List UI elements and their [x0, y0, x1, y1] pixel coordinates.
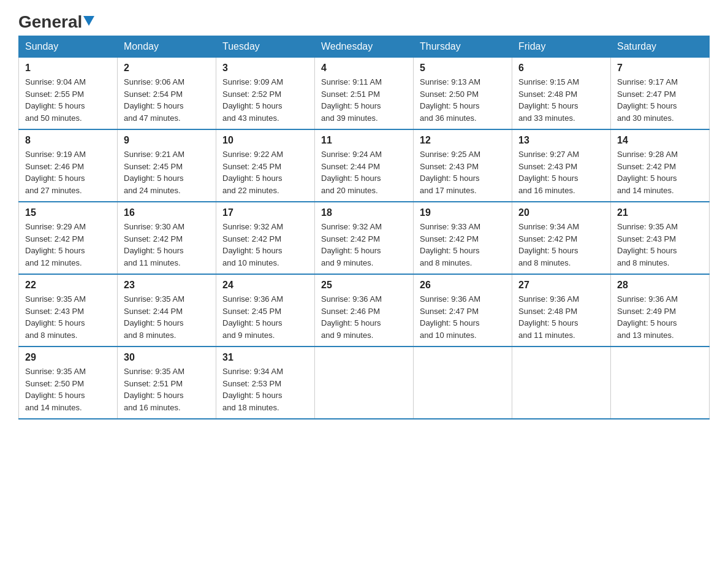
day-info: Sunrise: 9:35 AMSunset: 2:43 PMDaylight:…	[25, 293, 111, 341]
day-info: Sunrise: 9:28 AMSunset: 2:42 PMDaylight:…	[617, 148, 703, 196]
day-info: Sunrise: 9:35 AMSunset: 2:50 PMDaylight:…	[25, 366, 111, 413]
calendar-cell: 20 Sunrise: 9:34 AMSunset: 2:42 PMDaylig…	[512, 202, 611, 274]
calendar-week-row: 22 Sunrise: 9:35 AMSunset: 2:43 PMDaylig…	[19, 274, 710, 347]
page-header: General	[18, 12, 710, 29]
calendar-cell	[611, 347, 710, 419]
calendar-cell: 26 Sunrise: 9:36 AMSunset: 2:47 PMDaylig…	[414, 274, 512, 347]
weekday-header-tuesday: Tuesday	[216, 36, 315, 58]
calendar-cell: 4 Sunrise: 9:11 AMSunset: 2:51 PMDayligh…	[315, 58, 414, 130]
day-number: 29	[25, 352, 111, 363]
day-info: Sunrise: 9:24 AMSunset: 2:44 PMDaylight:…	[321, 148, 407, 196]
day-info: Sunrise: 9:06 AMSunset: 2:54 PMDaylight:…	[124, 76, 210, 124]
day-number: 31	[222, 352, 308, 363]
day-info: Sunrise: 9:25 AMSunset: 2:43 PMDaylight:…	[420, 148, 506, 196]
calendar-cell: 29 Sunrise: 9:35 AMSunset: 2:50 PMDaylig…	[19, 347, 118, 419]
day-number: 20	[518, 207, 604, 218]
day-number: 1	[25, 63, 111, 74]
day-info: Sunrise: 9:19 AMSunset: 2:46 PMDaylight:…	[25, 148, 111, 196]
day-info: Sunrise: 9:36 AMSunset: 2:49 PMDaylight:…	[617, 293, 703, 341]
day-info: Sunrise: 9:21 AMSunset: 2:45 PMDaylight:…	[124, 148, 210, 196]
calendar-cell: 14 Sunrise: 9:28 AMSunset: 2:42 PMDaylig…	[611, 129, 710, 202]
calendar-cell: 18 Sunrise: 9:32 AMSunset: 2:42 PMDaylig…	[315, 202, 414, 274]
day-number: 9	[124, 135, 210, 146]
day-number: 4	[321, 63, 407, 74]
calendar-cell: 12 Sunrise: 9:25 AMSunset: 2:43 PMDaylig…	[414, 129, 512, 202]
calendar-cell: 9 Sunrise: 9:21 AMSunset: 2:45 PMDayligh…	[118, 129, 216, 202]
day-info: Sunrise: 9:27 AMSunset: 2:43 PMDaylight:…	[518, 148, 604, 196]
calendar-cell: 10 Sunrise: 9:22 AMSunset: 2:45 PMDaylig…	[216, 129, 315, 202]
day-number: 12	[420, 135, 506, 146]
day-info: Sunrise: 9:11 AMSunset: 2:51 PMDaylight:…	[321, 76, 407, 124]
calendar-week-row: 15 Sunrise: 9:29 AMSunset: 2:42 PMDaylig…	[19, 202, 710, 274]
weekday-header-sunday: Sunday	[19, 36, 118, 58]
calendar-cell: 3 Sunrise: 9:09 AMSunset: 2:52 PMDayligh…	[216, 58, 315, 130]
day-number: 10	[222, 135, 308, 146]
day-info: Sunrise: 9:36 AMSunset: 2:46 PMDaylight:…	[321, 293, 407, 341]
day-number: 21	[617, 207, 703, 218]
weekday-header-thursday: Thursday	[414, 36, 512, 58]
day-number: 18	[321, 207, 407, 218]
day-number: 22	[25, 280, 111, 291]
day-number: 25	[321, 280, 407, 291]
day-info: Sunrise: 9:35 AMSunset: 2:51 PMDaylight:…	[124, 366, 210, 413]
day-number: 2	[124, 63, 210, 74]
day-number: 3	[222, 63, 308, 74]
day-number: 26	[420, 280, 506, 291]
calendar-cell: 22 Sunrise: 9:35 AMSunset: 2:43 PMDaylig…	[19, 274, 118, 347]
day-number: 14	[617, 135, 703, 146]
day-info: Sunrise: 9:17 AMSunset: 2:47 PMDaylight:…	[617, 76, 703, 124]
calendar-week-row: 1 Sunrise: 9:04 AMSunset: 2:55 PMDayligh…	[19, 58, 710, 130]
calendar-cell: 1 Sunrise: 9:04 AMSunset: 2:55 PMDayligh…	[19, 58, 118, 130]
calendar-cell: 6 Sunrise: 9:15 AMSunset: 2:48 PMDayligh…	[512, 58, 611, 130]
calendar-cell: 21 Sunrise: 9:35 AMSunset: 2:43 PMDaylig…	[611, 202, 710, 274]
calendar-cell: 16 Sunrise: 9:30 AMSunset: 2:42 PMDaylig…	[118, 202, 216, 274]
day-info: Sunrise: 9:36 AMSunset: 2:45 PMDaylight:…	[222, 293, 308, 341]
day-info: Sunrise: 9:30 AMSunset: 2:42 PMDaylight:…	[124, 221, 210, 269]
weekday-header-friday: Friday	[512, 36, 611, 58]
calendar-cell: 27 Sunrise: 9:36 AMSunset: 2:48 PMDaylig…	[512, 274, 611, 347]
calendar-cell: 13 Sunrise: 9:27 AMSunset: 2:43 PMDaylig…	[512, 129, 611, 202]
calendar-cell: 7 Sunrise: 9:17 AMSunset: 2:47 PMDayligh…	[611, 58, 710, 130]
calendar-cell: 30 Sunrise: 9:35 AMSunset: 2:51 PMDaylig…	[118, 347, 216, 419]
day-number: 27	[518, 280, 604, 291]
calendar-cell	[315, 347, 414, 419]
calendar-cell: 2 Sunrise: 9:06 AMSunset: 2:54 PMDayligh…	[118, 58, 216, 130]
weekday-header-monday: Monday	[118, 36, 216, 58]
day-number: 15	[25, 207, 111, 218]
calendar-cell: 24 Sunrise: 9:36 AMSunset: 2:45 PMDaylig…	[216, 274, 315, 347]
calendar-cell: 25 Sunrise: 9:36 AMSunset: 2:46 PMDaylig…	[315, 274, 414, 347]
day-number: 8	[25, 135, 111, 146]
calendar-table: SundayMondayTuesdayWednesdayThursdayFrid…	[18, 36, 710, 419]
calendar-cell: 19 Sunrise: 9:33 AMSunset: 2:42 PMDaylig…	[414, 202, 512, 274]
day-info: Sunrise: 9:09 AMSunset: 2:52 PMDaylight:…	[222, 76, 308, 124]
day-info: Sunrise: 9:36 AMSunset: 2:48 PMDaylight:…	[518, 293, 604, 341]
day-number: 30	[124, 352, 210, 363]
day-info: Sunrise: 9:36 AMSunset: 2:47 PMDaylight:…	[420, 293, 506, 341]
calendar-cell: 5 Sunrise: 9:13 AMSunset: 2:50 PMDayligh…	[414, 58, 512, 130]
calendar-cell: 28 Sunrise: 9:36 AMSunset: 2:49 PMDaylig…	[611, 274, 710, 347]
calendar-week-row: 8 Sunrise: 9:19 AMSunset: 2:46 PMDayligh…	[19, 129, 710, 202]
weekday-header-wednesday: Wednesday	[315, 36, 414, 58]
day-info: Sunrise: 9:34 AMSunset: 2:42 PMDaylight:…	[518, 221, 604, 269]
day-info: Sunrise: 9:29 AMSunset: 2:42 PMDaylight:…	[25, 221, 111, 269]
day-info: Sunrise: 9:34 AMSunset: 2:53 PMDaylight:…	[222, 366, 308, 413]
day-number: 24	[222, 280, 308, 291]
calendar-cell: 23 Sunrise: 9:35 AMSunset: 2:44 PMDaylig…	[118, 274, 216, 347]
calendar-cell: 11 Sunrise: 9:24 AMSunset: 2:44 PMDaylig…	[315, 129, 414, 202]
day-info: Sunrise: 9:32 AMSunset: 2:42 PMDaylight:…	[321, 221, 407, 269]
day-number: 17	[222, 207, 308, 218]
day-number: 7	[617, 63, 703, 74]
day-number: 6	[518, 63, 604, 74]
day-info: Sunrise: 9:32 AMSunset: 2:42 PMDaylight:…	[222, 221, 308, 269]
calendar-cell: 8 Sunrise: 9:19 AMSunset: 2:46 PMDayligh…	[19, 129, 118, 202]
logo: General	[18, 12, 94, 29]
day-info: Sunrise: 9:35 AMSunset: 2:43 PMDaylight:…	[617, 221, 703, 269]
calendar-cell: 17 Sunrise: 9:32 AMSunset: 2:42 PMDaylig…	[216, 202, 315, 274]
day-info: Sunrise: 9:33 AMSunset: 2:42 PMDaylight:…	[420, 221, 506, 269]
day-number: 28	[617, 280, 703, 291]
calendar-cell	[414, 347, 512, 419]
calendar-cell: 31 Sunrise: 9:34 AMSunset: 2:53 PMDaylig…	[216, 347, 315, 419]
calendar-header-row: SundayMondayTuesdayWednesdayThursdayFrid…	[19, 36, 710, 58]
calendar-cell: 15 Sunrise: 9:29 AMSunset: 2:42 PMDaylig…	[19, 202, 118, 274]
day-number: 23	[124, 280, 210, 291]
